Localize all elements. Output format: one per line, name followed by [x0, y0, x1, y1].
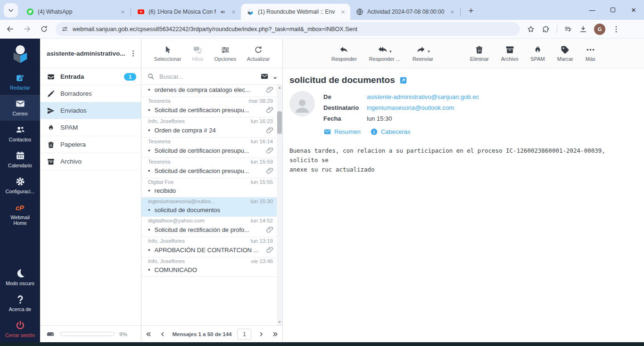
paperclip-icon — [266, 126, 274, 134]
list-toolbar-opciones[interactable]: Opciones — [214, 45, 236, 62]
sidebar-item-correo[interactable]: Correo — [0, 95, 40, 121]
list-toolbar: SeleccionarHilosOpcionesActualizar — [141, 39, 282, 68]
prev-page-button[interactable] — [158, 330, 167, 338]
message-list-item[interactable]: •ordenes de compra catalogo elec... — [141, 85, 277, 97]
tab-search-button[interactable] — [4, 3, 18, 17]
toolbar-label: Reenviar — [413, 56, 433, 62]
browser-tab[interactable]: (6) 1Hora De Música Con M — [132, 4, 241, 20]
tab-close-icon[interactable] — [339, 8, 347, 16]
list-toolbar-hilos[interactable]: Hilos — [192, 45, 203, 62]
message-toolbar-responder[interactable]: Responder — [331, 45, 357, 62]
search-input[interactable] — [158, 73, 256, 81]
new-tab-button[interactable]: + — [465, 5, 477, 17]
search-scope-envelope-icon[interactable] — [260, 72, 269, 81]
scrollbar-thumb[interactable] — [277, 111, 282, 134]
message-list-item[interactable]: Info, Josefloresvie 13:46•COMUNICADO — [141, 257, 277, 277]
message-list-item[interactable]: digitalfoox@yahoo.comlun 14:52•Solicitud… — [141, 217, 277, 237]
browser-menu-icon[interactable] — [612, 25, 620, 33]
browser-tab[interactable]: Actividad 2024-07-08 08:00:00 — [350, 4, 460, 20]
folder-archivo[interactable]: Archivo — [40, 153, 141, 170]
message-list-item[interactable]: Digital Foxlun 15:55•recibido — [141, 178, 277, 198]
message-list-item[interactable]: Tesorerialun 15:59•Solicitud de certific… — [141, 158, 277, 178]
scroll-up-icon[interactable]: ▲ — [278, 85, 281, 91]
person-icon — [293, 96, 312, 115]
media-controls-icon[interactable] — [564, 25, 572, 33]
dropdown-caret-icon[interactable]: ▾ — [428, 49, 430, 55]
message-list-item[interactable]: Tesoreriamar 08:29•Solicitud de certific… — [141, 97, 277, 117]
message-toolbar-marcar[interactable]: Marcar — [557, 45, 573, 62]
next-page-button[interactable] — [257, 330, 265, 338]
close-window-button[interactable]: ✕ — [623, 0, 644, 20]
list-toolbar-seleccionar[interactable]: Seleccionar — [154, 45, 181, 62]
message-list-item[interactable]: Tesorerialun 16:14•Solicitud de certific… — [141, 138, 277, 158]
sidebar-item-redactar[interactable]: Redactar — [0, 69, 40, 95]
search-options-chevron-icon[interactable]: ⌄ — [272, 73, 278, 80]
action-resumen[interactable]: Resumen — [323, 128, 361, 136]
message-subject: ordenes de compra catalogo elec... — [155, 86, 262, 93]
sidebar-item-cerrar-sesi-n[interactable]: Cerrar sesión — [0, 316, 40, 342]
field-value[interactable]: ingeniumasesoria@outlook.com — [367, 103, 454, 113]
scrollbar-track[interactable] — [277, 91, 282, 320]
folder-entrada[interactable]: Entrada1 — [40, 68, 141, 85]
downloads-icon[interactable] — [579, 25, 587, 33]
sidebar-item-configuraci[interactable]: Configuraci... — [0, 173, 40, 198]
message-toolbar-reenviar[interactable]: ▾Reenviar — [413, 45, 433, 62]
sidebar-item-webmail-home[interactable]: cPWebmail Home — [0, 198, 40, 230]
unread-dot-icon: • — [148, 228, 150, 232]
folder-borradores[interactable]: Borradores — [40, 85, 141, 102]
action-cabeceras[interactable]: Cabeceras — [370, 128, 411, 136]
message-list-item[interactable]: Info, Josefloreslun 16:23•Orden de compr… — [141, 117, 277, 138]
last-page-button[interactable] — [271, 330, 280, 338]
message-list-item[interactable]: ingeniumasesoria@outloo...lun 15:30•soli… — [141, 198, 277, 217]
refresh-icon — [254, 45, 263, 55]
dropdown-caret-icon[interactable]: ▾ — [389, 49, 392, 55]
message-toolbar-spam[interactable]: SPAM — [530, 45, 545, 62]
tab-title: (1) Roundcube Webmail :: Envi — [258, 8, 335, 15]
sidebar-item-acerca-de[interactable]: Acerca de — [0, 290, 40, 316]
message-toolbar-archivo[interactable]: Archivo — [501, 45, 519, 62]
profile-avatar[interactable]: G — [594, 24, 605, 35]
edit-draft-icon[interactable] — [399, 76, 407, 84]
unread-dot-icon: • — [148, 88, 150, 92]
field-value[interactable]: asistente-administrativo@sanjuan.gob.ec — [367, 92, 479, 102]
forward-button[interactable] — [20, 22, 34, 36]
message-list-item[interactable]: Info, Josefloreslun 13:19•APROBACIÓN DE … — [141, 237, 277, 257]
message-toolbar-eliminar[interactable]: Eliminar — [470, 45, 489, 62]
folder-enviados[interactable]: Enviados — [40, 102, 141, 119]
message-sender: Tesoreria — [148, 139, 170, 144]
message-sender: ingeniumasesoria@outloo... — [148, 198, 215, 204]
list-scrollbar[interactable]: ▲ ▼ — [277, 85, 282, 325]
back-arrow-icon — [6, 25, 14, 33]
question-icon — [15, 294, 25, 305]
list-toolbar-actualizar[interactable]: Actualizar — [247, 45, 270, 62]
action-label: Resumen — [334, 128, 361, 135]
scroll-down-icon[interactable]: ▼ — [278, 320, 281, 325]
maximize-button[interactable] — [603, 0, 623, 20]
folder-spam[interactable]: SPAM — [40, 119, 141, 136]
sidebar-item-modo-oscuro[interactable]: Modo oscuro — [0, 264, 40, 290]
tab-close-icon[interactable] — [448, 8, 456, 16]
message-toolbar-más[interactable]: Más — [586, 45, 595, 62]
tab-close-icon[interactable] — [230, 8, 237, 16]
message-time: lun 15:55 — [251, 179, 273, 185]
folder-papelera[interactable]: Papelera — [40, 136, 141, 153]
first-page-button[interactable] — [144, 330, 153, 338]
minimize-button[interactable]: — — [582, 0, 603, 20]
address-bar[interactable]: webmail.sanjuan.gob.ec/cpsess8563422242/… — [56, 22, 520, 36]
reload-button[interactable] — [37, 22, 51, 36]
tag-icon — [560, 45, 570, 55]
page-number-input[interactable]: 1 — [237, 329, 251, 340]
back-button[interactable] — [3, 22, 17, 36]
message-toolbar-responder[interactable]: ▾Responder ... — [369, 45, 400, 62]
sidebar-item-contactos[interactable]: Contactos — [0, 121, 40, 147]
folder-actions-icon[interactable] — [128, 48, 138, 58]
sidebar-item-calendario[interactable]: Calendario — [0, 147, 40, 173]
browser-tab[interactable]: (4) WhatsApp — [21, 4, 130, 20]
header-actions: ResumenCabeceras — [323, 128, 479, 136]
app-sidebar: RedactarCorreoContactosCalendarioConfigu… — [0, 39, 40, 342]
extensions-icon[interactable] — [542, 25, 550, 33]
bookmark-star-icon[interactable] — [527, 25, 535, 33]
tab-close-icon[interactable] — [119, 8, 126, 16]
message-sender: Tesoreria — [148, 98, 170, 104]
browser-tab[interactable]: (1) Roundcube Webmail :: Envi — [241, 4, 350, 20]
